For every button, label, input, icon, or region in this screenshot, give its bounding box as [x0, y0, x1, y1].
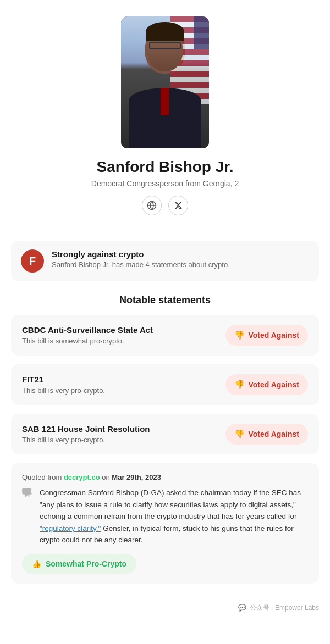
bill-desc-1: This bill is somewhat pro-crypto.: [22, 337, 219, 345]
bill-desc-2: This bill is very pro-crypto.: [22, 386, 219, 395]
twitter-button[interactable]: [168, 196, 188, 215]
bill-info-2: FIT21 This bill is very pro-crypto.: [22, 375, 219, 395]
website-button[interactable]: [142, 196, 162, 215]
bg-blue: [194, 16, 209, 49]
quote-icon: [22, 488, 34, 501]
social-links: [142, 196, 188, 215]
photo-glasses: [149, 42, 181, 49]
bill-info-3: SAB 121 House Joint Resolution This bill…: [22, 424, 219, 444]
bill-name-1: CBDC Anti-Surveillance State Act: [22, 325, 219, 335]
quote-source-on: on: [102, 473, 112, 481]
bill-card-2: FIT21 This bill is very pro-crypto. 👎 Vo…: [11, 364, 319, 405]
sentiment-label: Somewhat Pro-Crypto: [46, 559, 127, 568]
quote-source-date: Mar 29th, 2023: [112, 473, 161, 481]
quote-text-link[interactable]: "regulatory clarity.": [40, 524, 101, 532]
watermark-text: 公众号 · Empower Labs: [250, 603, 319, 613]
quote-text-part1: Congressman Sanford Bishop (D-GA) asked …: [40, 488, 301, 520]
bill-name-3: SAB 121 House Joint Resolution: [22, 424, 219, 434]
bill-card-3: SAB 121 House Joint Resolution This bill…: [11, 414, 319, 454]
voted-against-btn-1[interactable]: 👎 Voted Against: [226, 325, 308, 346]
quote-source-prefix: Quoted from: [22, 473, 62, 481]
bill-card-1: CBDC Anti-Surveillance State Act This bi…: [11, 315, 319, 356]
rating-text: Strongly against crypto Sanford Bishop J…: [52, 249, 309, 269]
photo-tie: [161, 88, 169, 115]
somewhat-pro-crypto-btn[interactable]: 👍 Somewhat Pro-Crypto: [22, 554, 136, 574]
rating-description: Sanford Bishop Jr. has made 4 statements…: [52, 260, 309, 269]
quote-body: Congressman Sanford Bishop (D-GA) asked …: [22, 487, 308, 546]
quote-source: Quoted from decrypt.co on Mar 29th, 2023: [22, 473, 308, 481]
profile-photo: [121, 16, 209, 148]
voted-against-label-1: Voted Against: [248, 331, 299, 340]
thumbs-down-icon-3: 👎: [234, 429, 245, 439]
rating-card: F Strongly against crypto Sanford Bishop…: [11, 241, 319, 281]
voted-against-label-2: Voted Against: [248, 380, 299, 389]
bill-name-2: FIT21: [22, 375, 219, 384]
photo-hair: [146, 22, 184, 41]
watermark: 💬 公众号 · Empower Labs: [0, 592, 330, 624]
thumbs-down-icon-2: 👎: [234, 380, 245, 390]
voted-against-btn-2[interactable]: 👎 Voted Against: [226, 374, 308, 395]
thumbs-down-icon-1: 👎: [234, 330, 245, 340]
notable-statements-title: Notable statements: [0, 295, 330, 306]
quote-source-link[interactable]: decrypt.co: [64, 473, 100, 481]
quote-card: Quoted from decrypt.co on Mar 29th, 2023…: [11, 463, 319, 584]
bill-desc-3: This bill is very pro-crypto.: [22, 436, 219, 444]
thumbs-up-icon: 👍: [32, 559, 41, 568]
voted-against-label-3: Voted Against: [248, 430, 299, 438]
quote-text: Congressman Sanford Bishop (D-GA) asked …: [40, 487, 308, 546]
watermark-icon: 💬: [238, 604, 246, 612]
bill-info-1: CBDC Anti-Surveillance State Act This bi…: [22, 325, 219, 345]
profile-section: Sanford Bishop Jr. Democrat Congresspers…: [0, 0, 330, 232]
politician-subtitle: Democrat Congressperson from Georgia, 2: [91, 179, 239, 188]
rating-grade: F: [21, 249, 44, 273]
rating-title: Strongly against crypto: [52, 249, 309, 259]
politician-name: Sanford Bishop Jr.: [97, 158, 234, 176]
voted-against-btn-3[interactable]: 👎 Voted Against: [226, 424, 308, 445]
